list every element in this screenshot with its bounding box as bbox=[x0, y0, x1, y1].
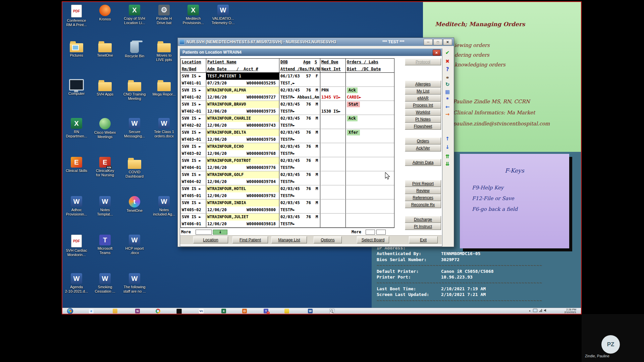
network-monitor-icon[interactable] bbox=[533, 309, 537, 312]
page-down-icon[interactable]: ⇊ bbox=[442, 161, 452, 167]
desktop-icon-pzindle-h-drive-bat[interactable]: ⚙Pzindle HDrive.bat bbox=[150, 5, 178, 25]
patient-row[interactable]: SVH IS ►WTRAINFOUR,CHARLIE02/03/4576MAck… bbox=[181, 115, 394, 129]
help-icon[interactable]: ? bbox=[442, 66, 452, 72]
sticky-notes-icon[interactable] bbox=[284, 309, 289, 313]
meditech-window[interactable]: NUR.SVH (NEMEDTECHH/TEST.5.67.MIS/972/SV… bbox=[177, 38, 454, 247]
button-find-patient[interactable]: Find Patient bbox=[232, 236, 268, 243]
tray-expand-icon[interactable]: ▲ bbox=[529, 309, 531, 312]
close-button[interactable]: ✕ bbox=[443, 39, 452, 45]
binoculars-icon[interactable]: ⚭ bbox=[442, 75, 452, 81]
button-allergies[interactable]: Allergies bbox=[405, 80, 441, 87]
scroll-more-button[interactable]: ↓ bbox=[213, 230, 227, 235]
panel-title-bar[interactable]: Patients on Location WTRAIN4 ✕ bbox=[180, 49, 442, 56]
desktop-icon-agenda-2-10-2021[interactable]: WAgenda2-10-2021.d... bbox=[62, 273, 91, 294]
desktop-icon-cisco-webex-meetings[interactable]: Cisco WebexMeetings bbox=[91, 118, 119, 139]
patient-row[interactable]: SVH IS ►WTRAINFOUR,DELTA02/03/4576MXferW… bbox=[181, 129, 394, 143]
ie-icon[interactable]: e bbox=[89, 309, 94, 313]
desktop-icon-clinicalkey-for-nursing[interactable]: EKNClinicalKeyfor Nursing bbox=[91, 157, 119, 177]
patient-row[interactable]: SVH IS ►WTRAINFOUR,FOXTROT02/03/4576MWT4… bbox=[181, 157, 394, 171]
patient-row[interactable]: SVH IS ►WTRAINFOUR,GOLF02/03/4576MWT404-… bbox=[181, 171, 394, 185]
desktop-icon-cno-training-meeting[interactable]: CNO TrainingMeeting bbox=[120, 79, 149, 101]
desktop-icon-mega-report[interactable]: Mega Repor... bbox=[150, 79, 178, 97]
desktop-icon-smoking-cessation[interactable]: WSmokingCessation ... bbox=[91, 273, 119, 294]
desktop-icon-meditech-provisioning[interactable]: XMeditechProvisionin... bbox=[179, 5, 207, 25]
signal-icon[interactable] bbox=[539, 309, 542, 312]
patient-row[interactable]: SVH IS ►TEST,PATIENT 106/17/6357FWT401-0… bbox=[181, 73, 394, 87]
window-title-bar[interactable]: NUR.SVH (NEMEDTECHH/TEST.5.67.MIS/972/SV… bbox=[178, 38, 454, 46]
desktop-icon-moves-to-live-ppts[interactable]: Moves toLIVE ppts bbox=[150, 40, 178, 62]
patient-row[interactable]: SVH IS ►WTRAINFOUR,HOTEL02/03/4576MWT405… bbox=[181, 185, 394, 199]
refresh-icon[interactable]: ↻ bbox=[442, 81, 452, 87]
desktop-icon-conference-rm-print[interactable]: PDFConferenceRM A Print... bbox=[62, 5, 91, 27]
page-up-icon[interactable]: ⇈ bbox=[442, 154, 452, 160]
cmd-window-icon[interactable] bbox=[176, 309, 182, 314]
desktop-icon-recycle-bin[interactable]: Recycle Bin bbox=[120, 40, 149, 58]
desktop-icon-notes-template[interactable]: WNotesTemplat... bbox=[91, 196, 119, 217]
more-left-input[interactable] bbox=[196, 230, 212, 235]
button-options[interactable]: Options bbox=[314, 236, 342, 243]
patient-row[interactable]: SVH IS ►WTRAINFOUR,BRAVO02/03/4576MStatW… bbox=[181, 101, 394, 115]
button-admin-data[interactable]: Admin Data bbox=[405, 159, 441, 166]
desktop-icon-svh-apps[interactable]: SVH Apps bbox=[91, 79, 119, 97]
excel-icon[interactable]: X bbox=[221, 309, 226, 313]
button-review[interactable]: Review bbox=[405, 187, 441, 194]
button-discharge[interactable]: Discharge bbox=[405, 216, 441, 223]
desktop-icon-pictures[interactable]: Pictures bbox=[62, 40, 91, 58]
vnc-icon[interactable]: Vc bbox=[199, 309, 204, 313]
button-emar[interactable]: eMAR bbox=[405, 95, 441, 102]
button-location[interactable]: Location bbox=[193, 236, 228, 243]
button-protocol[interactable]: Protocol bbox=[405, 58, 441, 65]
desktop-icon-secure-messaging[interactable]: WSecureMessaging... bbox=[120, 118, 149, 138]
desktop-icon-computer[interactable]: Computer bbox=[62, 79, 91, 96]
more-right-input-1[interactable] bbox=[366, 230, 375, 235]
cancel-icon[interactable]: ✖ bbox=[442, 58, 452, 64]
button-reconcile-rx[interactable]: Reconcile Rx bbox=[405, 201, 441, 208]
search-icon[interactable] bbox=[329, 309, 335, 314]
desktop-icon-hcp-report-docx[interactable]: WHCP report.docx bbox=[120, 235, 149, 255]
forward-arrow-icon[interactable]: → bbox=[442, 111, 452, 117]
desktop-icon-adhoc-provisioning[interactable]: WAdhocProvisionin... bbox=[62, 196, 91, 217]
volume-icon[interactable] bbox=[544, 309, 547, 312]
desktop-icon-the-following-staff[interactable]: WThe followingstaff are no ... bbox=[120, 273, 149, 294]
patient-row[interactable]: SVH IS ►WTRAINFOUR,ALPHA02/03/4576MPRNAc… bbox=[181, 87, 394, 101]
patient-row[interactable]: SVH IS ►WTRAINFOUR,JULIET02/03/4576MWT40… bbox=[181, 214, 394, 228]
button-pt-notes[interactable]: Pt Notes bbox=[405, 116, 441, 123]
button-flowsheet[interactable]: Flowsheet bbox=[405, 123, 441, 130]
button-orders[interactable]: Orders bbox=[405, 137, 441, 144]
scroll-down-icon[interactable]: ↓ bbox=[442, 144, 452, 150]
desktop-icon-tenetone-app[interactable]: tTenetOne bbox=[120, 196, 149, 213]
onenote-icon[interactable]: N bbox=[135, 309, 140, 313]
desktop-icon-microsoft-teams[interactable]: TMicrosoftTeams bbox=[91, 235, 119, 255]
button-print-report[interactable]: Print Report bbox=[405, 180, 441, 187]
desktop-icon-clinical-skills[interactable]: EClinical Skills bbox=[62, 157, 91, 173]
teams-icon[interactable]: T7 bbox=[264, 309, 268, 313]
confirm-icon[interactable]: ✔ bbox=[442, 50, 452, 56]
desktop-icon-svh-cardiac-monitoring[interactable]: PDFSVH CardiacMonitorin... bbox=[62, 235, 91, 257]
desktop-icon-validation-telemetry[interactable]: WVALIDATIO...Telemetry O... bbox=[209, 5, 237, 25]
button-references[interactable]: References bbox=[405, 194, 441, 201]
asterisk-icon[interactable]: * bbox=[442, 97, 452, 103]
start-button[interactable] bbox=[67, 308, 73, 314]
button-exit[interactable]: Exit bbox=[409, 236, 438, 243]
desktop-icon-copy-svh-location[interactable]: XCopy of SVHLocation Li... bbox=[120, 5, 149, 25]
button-select-board[interactable]: Select Board bbox=[357, 236, 389, 243]
desktop-icon-tenetone-folder[interactable]: TenetOne bbox=[91, 40, 119, 58]
taskbar-clock[interactable]: 2:26 PM 2/10/2021 bbox=[564, 308, 576, 314]
scroll-up-icon[interactable]: ↑ bbox=[442, 136, 452, 142]
outlook-icon[interactable]: O bbox=[242, 309, 247, 313]
button-manage-list[interactable]: Manage List bbox=[271, 236, 307, 243]
more-right-input-2[interactable] bbox=[376, 230, 386, 235]
chrome-icon[interactable] bbox=[156, 309, 160, 313]
explorer-icon[interactable] bbox=[113, 309, 117, 313]
button-ack-ver[interactable]: Ack/Ver bbox=[405, 144, 441, 152]
button-pt-instruct[interactable]: Pt Instruct bbox=[405, 223, 441, 230]
button-worklist[interactable]: Worklist bbox=[405, 109, 441, 116]
worklist-grid-icon[interactable]: ▦ bbox=[442, 89, 452, 95]
patient-row[interactable]: SVH IS ►WTRAINFOUR,ECHO02/03/4576MWT403-… bbox=[181, 143, 394, 157]
patient-row[interactable]: SVH IS ►WTRAINFOUR,INDIA02/03/4576MWT405… bbox=[181, 199, 394, 214]
desktop-icon-tele-class-1-orders[interactable]: WTele Class 1orders.docx bbox=[150, 118, 178, 138]
desktop-icon-kronos[interactable]: Kronos bbox=[91, 5, 119, 21]
back-arrow-icon[interactable]: ← bbox=[442, 104, 452, 110]
desktop-icon-covid-dashboard[interactable]: COVIDDashboard bbox=[120, 157, 149, 179]
panel-close-icon[interactable]: ✕ bbox=[433, 50, 440, 56]
